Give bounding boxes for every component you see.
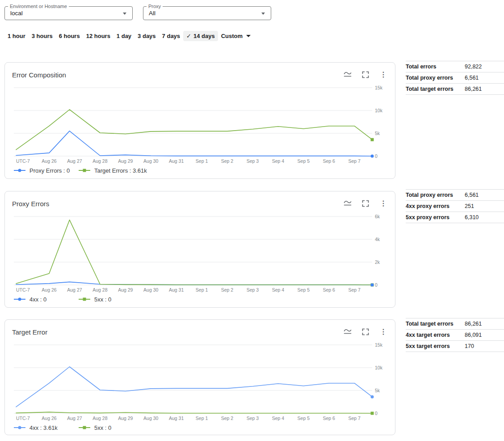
svg-text:Sep 3: Sep 3 (247, 158, 259, 164)
svg-text:Aug 31: Aug 31 (169, 416, 184, 421)
svg-text:Sep 2: Sep 2 (221, 287, 234, 293)
time-range-label: 14 days (193, 33, 215, 39)
card-actions: ⋮ (343, 199, 388, 208)
legend-toggle-icon[interactable] (343, 199, 352, 208)
time-range-1-day[interactable]: 1 day (113, 31, 134, 41)
environment-select-value: local (10, 7, 23, 20)
legend-item-4xx[interactable]: 4xx : 3.61k (14, 424, 79, 431)
card-header: Target Error ⋮ (12, 327, 388, 337)
fullscreen-icon[interactable] (361, 70, 370, 79)
svg-text:Sep 2: Sep 2 (221, 158, 234, 164)
summary-value: 86,091 (465, 332, 482, 338)
time-range-custom[interactable]: Custom (218, 31, 254, 41)
svg-text:Aug 31: Aug 31 (169, 287, 184, 293)
time-range-6-hours[interactable]: 6 hours (56, 31, 83, 41)
summary-label: Total target errors (406, 321, 454, 327)
proxy-select[interactable]: Proxy All (143, 6, 271, 20)
chart-title: Target Error (12, 328, 47, 336)
summary-value: 251 (465, 203, 474, 209)
time-range-12-hours[interactable]: 12 hours (83, 31, 113, 41)
legend-item-4xx[interactable]: 4xx : 0 (14, 296, 79, 303)
summary-row: Total proxy errors6,561 (406, 72, 504, 84)
summary-value: 86,261 (465, 321, 482, 327)
time-range-7-days[interactable]: 7 days (159, 31, 183, 41)
svg-text:0: 0 (375, 282, 378, 288)
time-range-14-days[interactable]: ✓14 days (183, 31, 218, 41)
svg-text:5k: 5k (375, 131, 380, 136)
summary-row: Total target errors86,261 (406, 318, 504, 330)
chart-title: Error Composition (12, 71, 66, 79)
error-composition-chart: 05k10k15kUTC-7Aug 26Aug 27Aug 28Aug 29Au… (12, 85, 389, 165)
more-options-icon[interactable]: ⋮ (379, 70, 388, 79)
svg-text:Aug 31: Aug 31 (169, 158, 184, 164)
time-range-label: 12 hours (86, 33, 110, 39)
svg-text:Aug 30: Aug 30 (143, 416, 158, 421)
time-range-3-hours[interactable]: 3 hours (29, 31, 56, 41)
svg-text:Sep 7: Sep 7 (348, 416, 361, 421)
summary-row: Total errors92,822 (406, 61, 504, 72)
svg-text:Aug 28: Aug 28 (92, 287, 107, 293)
time-range-label: 7 days (162, 33, 180, 39)
summary-row: 4xx target errors86,091 (406, 330, 504, 341)
svg-text:UTC-7: UTC-7 (16, 416, 30, 421)
card-header: Proxy Errors ⋮ (12, 199, 388, 208)
time-range-label: 1 day (117, 33, 131, 39)
svg-text:4k: 4k (375, 237, 380, 242)
fullscreen-icon[interactable] (361, 199, 370, 208)
fullscreen-icon[interactable] (361, 327, 370, 336)
summary-row: 5xx proxy errors6,310 (406, 212, 504, 223)
total-errors-summary-table: Total errors92,822Total proxy errors6,56… (406, 61, 504, 95)
chart-legend: 4xx : 3.61k5xx : 0 (14, 423, 388, 433)
summary-row: Total target errors86,261 (406, 84, 504, 95)
svg-text:Sep 6: Sep 6 (323, 416, 335, 421)
legend-label: 5xx : 0 (94, 296, 111, 303)
svg-text:Sep 6: Sep 6 (323, 158, 335, 164)
svg-text:Sep 1: Sep 1 (196, 416, 208, 421)
chart-legend: 4xx : 05xx : 0 (14, 294, 388, 304)
svg-text:5k: 5k (375, 388, 380, 393)
legend-toggle-icon[interactable] (343, 70, 352, 79)
legend-item-5xx[interactable]: 5xx : 0 (79, 296, 111, 303)
svg-text:Aug 27: Aug 27 (67, 287, 82, 293)
summary-value: 92,822 (465, 64, 482, 70)
svg-text:Aug 30: Aug 30 (143, 287, 158, 293)
legend-circle-marker (14, 297, 25, 302)
svg-text:Sep 6: Sep 6 (323, 287, 335, 293)
more-options-icon[interactable]: ⋮ (379, 327, 388, 336)
svg-text:Aug 30: Aug 30 (143, 158, 158, 164)
card-actions: ⋮ (343, 70, 388, 79)
svg-text:15k: 15k (375, 85, 383, 90)
legend-item-proxy-errors[interactable]: Proxy Errors : 0 (14, 167, 79, 174)
legend-label: Target Errors : 3.61k (94, 167, 147, 174)
legend-label: 4xx : 0 (29, 296, 46, 303)
svg-text:Aug 29: Aug 29 (118, 158, 133, 164)
summary-row: 5xx target errors170 (406, 341, 504, 352)
legend-square-marker (79, 168, 90, 173)
environment-select[interactable]: Environment or Hostname local (4, 6, 133, 20)
svg-text:Aug 28: Aug 28 (92, 158, 107, 164)
more-options-icon[interactable]: ⋮ (379, 199, 388, 208)
legend-item-5xx[interactable]: 5xx : 0 (79, 424, 111, 431)
dropdown-arrow-icon (123, 13, 126, 15)
summary-row: 4xx proxy errors251 (406, 201, 504, 212)
legend-item-target-errors[interactable]: Target Errors : 3.61k (79, 167, 147, 174)
summary-label: 5xx target errors (406, 343, 450, 349)
time-range-3-days[interactable]: 3 days (134, 31, 159, 41)
time-range-label: 6 hours (59, 33, 80, 39)
legend-toggle-icon[interactable] (343, 327, 352, 336)
summary-label: 5xx proxy errors (406, 214, 449, 220)
svg-text:UTC-7: UTC-7 (16, 158, 30, 164)
svg-text:Sep 5: Sep 5 (298, 416, 310, 421)
summary-value: 170 (465, 343, 474, 349)
time-range-1-hour[interactable]: 1 hour (4, 31, 29, 41)
chart-legend: Proxy Errors : 0Target Errors : 3.61k (14, 165, 388, 175)
svg-text:Aug 29: Aug 29 (118, 416, 133, 421)
svg-text:Aug 27: Aug 27 (67, 416, 82, 421)
legend-label: 5xx : 0 (94, 424, 111, 431)
svg-text:Aug 26: Aug 26 (42, 158, 56, 164)
svg-text:Sep 1: Sep 1 (196, 287, 208, 293)
target-error-chart: 05k10k15kUTC-7Aug 26Aug 27Aug 28Aug 29Au… (12, 342, 389, 423)
svg-text:Aug 26: Aug 26 (42, 287, 56, 293)
svg-text:Aug 26: Aug 26 (42, 416, 56, 421)
proxy-errors-summary-table: Total proxy errors6,5614xx proxy errors2… (406, 189, 504, 223)
